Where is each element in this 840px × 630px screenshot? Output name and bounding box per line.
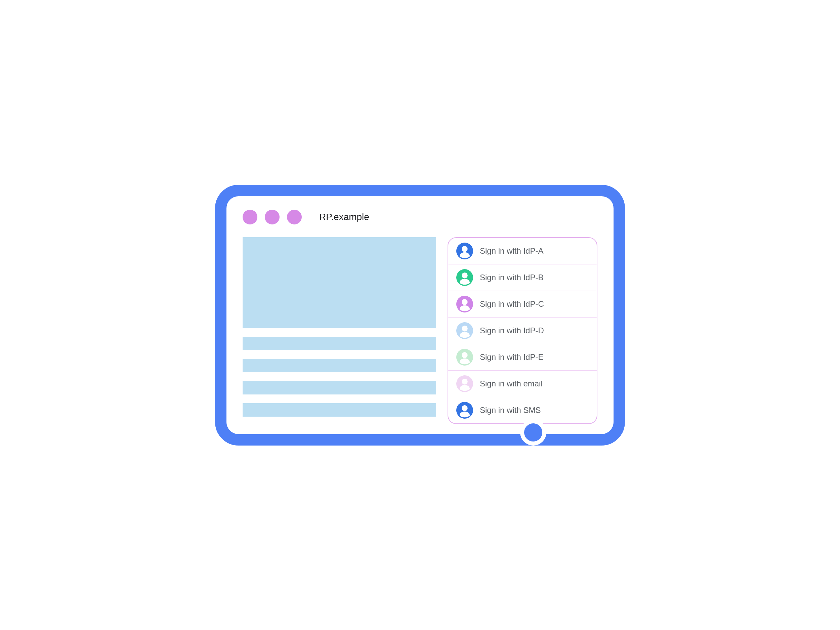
svg-point-9 xyxy=(462,352,468,358)
signin-label: Sign in with IdP-C xyxy=(480,299,544,309)
signin-option-idp-c[interactable]: Sign in with IdP-C xyxy=(448,291,597,317)
hero-placeholder xyxy=(243,237,436,328)
person-icon xyxy=(456,402,473,418)
browser-window: RP.example Sign in with IdP-A xyxy=(226,196,614,434)
main-content-placeholder xyxy=(243,237,436,417)
signin-label: Sign in with SMS xyxy=(480,406,541,415)
signin-label: Sign in with IdP-B xyxy=(480,273,543,282)
svg-point-5 xyxy=(462,299,468,305)
signin-label: Sign in with email xyxy=(480,379,543,388)
text-placeholder xyxy=(243,337,436,350)
signin-option-idp-a[interactable]: Sign in with IdP-A xyxy=(448,238,597,264)
content-row: Sign in with IdP-A Sign in with IdP-B Si… xyxy=(243,237,597,424)
page-title: RP.example xyxy=(319,212,369,223)
window-control-dot xyxy=(287,210,302,224)
text-placeholder xyxy=(243,359,436,372)
person-icon xyxy=(456,296,473,313)
signin-label: Sign in with IdP-D xyxy=(480,326,544,335)
svg-point-11 xyxy=(462,379,468,385)
window-control-dot xyxy=(243,210,257,224)
tablet-frame: RP.example Sign in with IdP-A xyxy=(215,185,625,445)
person-icon xyxy=(456,269,473,286)
svg-point-7 xyxy=(462,325,468,332)
person-icon xyxy=(456,375,473,392)
svg-point-1 xyxy=(462,246,468,252)
signin-option-idp-e[interactable]: Sign in with IdP-E xyxy=(448,344,597,371)
signin-option-sms[interactable]: Sign in with SMS xyxy=(448,397,597,423)
person-icon xyxy=(456,349,473,366)
window-control-dot xyxy=(265,210,279,224)
svg-point-3 xyxy=(462,273,468,278)
signin-option-idp-d[interactable]: Sign in with IdP-D xyxy=(448,317,597,344)
person-icon xyxy=(456,243,473,259)
signin-option-email[interactable]: Sign in with email xyxy=(448,371,597,397)
signin-option-idp-b[interactable]: Sign in with IdP-B xyxy=(448,264,597,291)
signin-panel: Sign in with IdP-A Sign in with IdP-B Si… xyxy=(448,237,597,424)
signin-label: Sign in with IdP-A xyxy=(480,246,543,256)
text-placeholder xyxy=(243,403,436,417)
person-icon xyxy=(456,322,473,339)
title-bar: RP.example xyxy=(243,210,597,224)
svg-point-13 xyxy=(462,405,468,411)
text-placeholder xyxy=(243,381,436,395)
signin-label: Sign in with IdP-E xyxy=(480,352,543,362)
